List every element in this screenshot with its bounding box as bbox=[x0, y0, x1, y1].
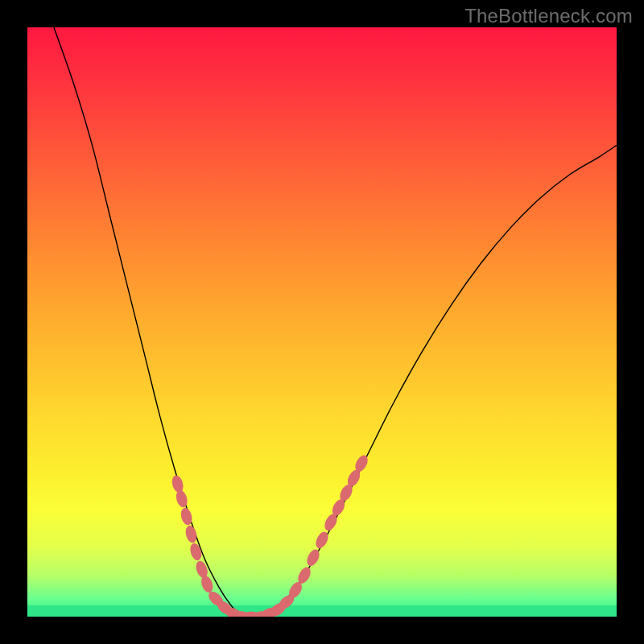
svg-point-4 bbox=[188, 542, 204, 562]
svg-point-0 bbox=[170, 474, 184, 494]
chart-svg bbox=[27, 27, 617, 617]
curve-beads bbox=[170, 453, 369, 617]
chart-container: TheBottleneck.com bbox=[0, 0, 644, 644]
watermark-text: TheBottleneck.com bbox=[464, 5, 633, 27]
plot-area bbox=[27, 27, 617, 617]
svg-point-1 bbox=[175, 489, 189, 509]
svg-point-3 bbox=[184, 524, 198, 544]
bottleneck-curve bbox=[54, 27, 617, 617]
